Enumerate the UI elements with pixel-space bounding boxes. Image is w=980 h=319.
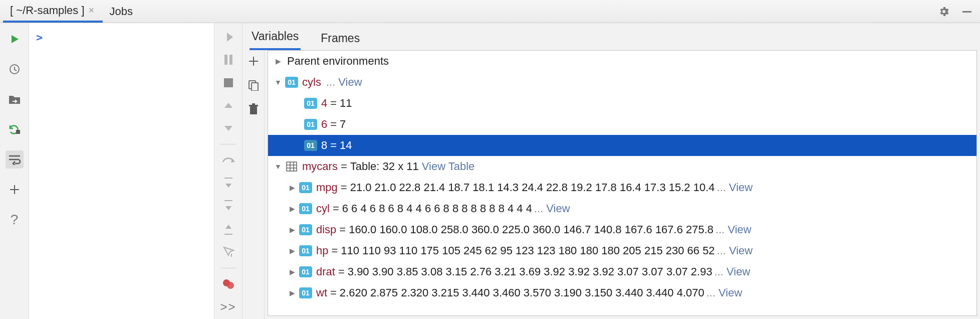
view-table-link[interactable]: View Table bbox=[422, 160, 475, 173]
equals: = bbox=[330, 139, 337, 152]
step-over-icon[interactable] bbox=[220, 153, 236, 167]
tree-row-col-hp[interactable]: 01 hp = 110 110 93 110 175 105 245 62 95… bbox=[268, 240, 976, 261]
var-value: 21.0 21.0 22.8 21.4 18.7 18.1 14.3 24.4 … bbox=[350, 181, 715, 194]
step-into-icon[interactable] bbox=[220, 177, 236, 190]
tab-frames[interactable]: Frames bbox=[319, 28, 362, 50]
var-value: 11 bbox=[340, 97, 352, 110]
svg-rect-5 bbox=[224, 78, 233, 87]
tab-jobs-label: Jobs bbox=[110, 5, 133, 18]
ellipsis: ... bbox=[326, 76, 335, 89]
int-badge-icon: 01 bbox=[304, 119, 317, 130]
add-watch-button[interactable] bbox=[247, 54, 261, 68]
var-value: 7 bbox=[340, 118, 346, 131]
view-link[interactable]: View bbox=[718, 286, 742, 299]
tree-row-col-cyl[interactable]: 01 cyl = 6 6 4 6 8 6 8 4 4 6 6 8 8 8 8 8… bbox=[268, 198, 976, 219]
ellipsis: ... bbox=[714, 265, 723, 278]
variables-viewer[interactable]: Parent environments 01 cyls ... View 01 … bbox=[268, 50, 977, 316]
var-name: wt bbox=[316, 286, 327, 299]
step-out-icon[interactable] bbox=[220, 222, 236, 236]
view-link[interactable]: View bbox=[729, 181, 753, 194]
int-badge-icon: 01 bbox=[299, 266, 312, 277]
resume-icon[interactable] bbox=[220, 30, 236, 44]
int-badge-icon: 01 bbox=[299, 203, 312, 214]
int-badge-icon: 01 bbox=[304, 140, 317, 151]
var-value: 3.90 3.90 3.85 3.08 3.15 2.76 3.21 3.69 … bbox=[348, 265, 712, 278]
svg-rect-2 bbox=[16, 130, 20, 134]
tree-row-mycars[interactable]: mycars = Table: 32 x 11 View Table bbox=[268, 156, 976, 177]
view-link[interactable]: View bbox=[729, 244, 753, 257]
ellipsis: ... bbox=[715, 223, 724, 236]
tab-console[interactable]: [ ~/R-samples ] × bbox=[3, 0, 103, 23]
view-link[interactable]: View bbox=[338, 76, 362, 89]
int-badge-icon: 01 bbox=[299, 224, 312, 235]
equals: = bbox=[333, 202, 339, 215]
ellipsis: ... bbox=[717, 244, 726, 257]
step-up-icon[interactable] bbox=[220, 98, 236, 112]
tree-row-parent-env[interactable]: Parent environments bbox=[268, 51, 976, 72]
run-to-cursor-icon[interactable] bbox=[220, 245, 236, 258]
gear-icon[interactable] bbox=[938, 6, 950, 18]
chevron-right-icon[interactable] bbox=[273, 57, 283, 65]
stop-icon[interactable] bbox=[220, 76, 236, 89]
chevron-right-icon[interactable] bbox=[287, 268, 297, 276]
close-icon[interactable]: × bbox=[89, 5, 96, 16]
history-icon[interactable] bbox=[6, 60, 24, 78]
console-area[interactable]: > bbox=[29, 23, 214, 319]
chevron-down-icon[interactable] bbox=[273, 78, 283, 86]
tab-jobs[interactable]: Jobs bbox=[103, 0, 140, 23]
equals: = bbox=[331, 244, 338, 257]
var-name: disp bbox=[316, 223, 336, 236]
trash-icon[interactable] bbox=[247, 102, 261, 116]
console-prompt: > bbox=[36, 31, 43, 44]
table-icon bbox=[285, 161, 298, 172]
tab-variables[interactable]: Variables bbox=[250, 26, 301, 50]
restart-icon[interactable] bbox=[6, 120, 24, 138]
var-name: hp bbox=[316, 244, 328, 257]
chevron-right-icon[interactable] bbox=[287, 226, 297, 234]
svg-point-10 bbox=[227, 282, 234, 289]
view-link[interactable]: View bbox=[546, 202, 570, 215]
svg-rect-12 bbox=[252, 83, 258, 91]
equals: = bbox=[341, 181, 347, 194]
tree-row-cyls-6[interactable]: 01 6 = 7 bbox=[268, 114, 976, 135]
tree-row-cyls-4[interactable]: 01 4 = 11 bbox=[268, 93, 976, 114]
pause-icon[interactable] bbox=[220, 53, 236, 66]
tree-row-col-drat[interactable]: 01 drat = 3.90 3.90 3.85 3.08 3.15 2.76 … bbox=[268, 261, 976, 282]
wrap-icon[interactable] bbox=[6, 150, 24, 169]
var-value: 6 6 4 6 8 6 8 4 4 6 6 8 8 8 8 8 8 8 4 4 … bbox=[342, 202, 532, 215]
tree-row-cyls-8[interactable]: 01 8 = 14 bbox=[268, 135, 976, 156]
view-link[interactable]: View bbox=[727, 223, 751, 236]
chevron-right-icon[interactable] bbox=[287, 289, 297, 297]
add-button[interactable] bbox=[6, 181, 24, 199]
help-button[interactable]: ? bbox=[6, 211, 24, 229]
step-into-2-icon[interactable] bbox=[220, 199, 236, 213]
debug-gutter: >> bbox=[214, 23, 242, 319]
copy-icon[interactable] bbox=[247, 78, 261, 92]
run-button[interactable] bbox=[6, 30, 24, 48]
tree-row-col-mpg[interactable]: 01 mpg = 21.0 21.0 22.8 21.4 18.7 18.1 1… bbox=[268, 177, 976, 198]
variables-toolbar bbox=[242, 50, 265, 319]
equals: = bbox=[339, 223, 346, 236]
equals: = bbox=[338, 265, 345, 278]
view-link[interactable]: View bbox=[726, 265, 750, 278]
step-down-icon[interactable] bbox=[220, 121, 236, 135]
tree-row-cyls[interactable]: 01 cyls ... View bbox=[268, 72, 976, 93]
more-icon[interactable]: >> bbox=[220, 300, 236, 314]
var-value: 2.620 2.875 2.320 3.215 3.440 3.460 3.57… bbox=[340, 286, 704, 299]
var-name: drat bbox=[316, 265, 335, 278]
var-value: 110 110 93 110 175 105 245 62 95 123 123… bbox=[341, 244, 714, 257]
folder-out-icon[interactable] bbox=[6, 90, 24, 108]
chevron-right-icon[interactable] bbox=[287, 247, 297, 255]
tree-row-col-wt[interactable]: 01 wt = 2.620 2.875 2.320 3.215 3.440 3.… bbox=[268, 282, 976, 303]
chevron-right-icon[interactable] bbox=[287, 205, 297, 213]
svg-rect-16 bbox=[287, 162, 297, 171]
var-name: cyl bbox=[316, 202, 330, 215]
var-name: mycars bbox=[302, 160, 338, 173]
svg-rect-0 bbox=[962, 11, 971, 13]
equals: = bbox=[341, 160, 347, 173]
chevron-right-icon[interactable] bbox=[287, 184, 297, 192]
chevron-down-icon[interactable] bbox=[273, 163, 283, 171]
breakpoints-icon[interactable] bbox=[220, 277, 236, 291]
minimize-icon[interactable] bbox=[961, 6, 973, 18]
tree-row-col-disp[interactable]: 01 disp = 160.0 160.0 108.0 258.0 360.0 … bbox=[268, 219, 976, 240]
